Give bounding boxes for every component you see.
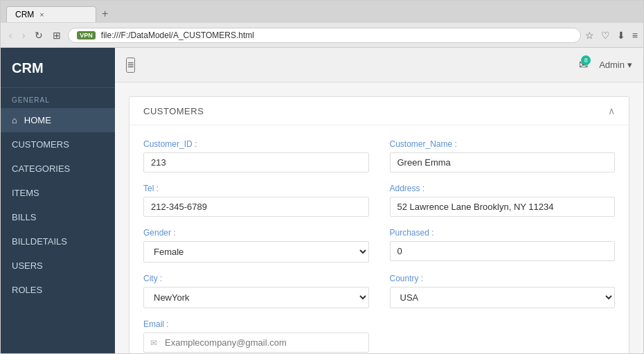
address-bar[interactable]: VPN file:///F:/DataModel/A_CUSTOMERS.htm… xyxy=(68,28,580,43)
address-text: file:///F:/DataModel/A_CUSTOMERS.html xyxy=(101,30,254,40)
form-group-city: City : NewYork Los Angeles Chicago Houst… xyxy=(143,274,369,308)
gender-label: Gender : xyxy=(143,228,369,238)
gender-select[interactable]: Female Male Other xyxy=(143,241,369,263)
form-group-email: Email : ✉ xyxy=(143,319,369,353)
reload-button[interactable]: ↻ xyxy=(32,28,46,42)
chevron-down-icon: ▾ xyxy=(627,60,632,70)
address-bar-row: ‹ › ↻ ⊞ VPN file:///F:/DataModel/A_CUSTO… xyxy=(1,23,643,48)
sidebar-item-bills[interactable]: BILLS xyxy=(1,205,115,229)
top-bar: ≡ ✉ 8 Admin ▾ xyxy=(115,48,643,82)
customer-id-input[interactable] xyxy=(143,152,369,172)
collapse-button[interactable]: ∧ xyxy=(608,105,615,116)
country-label: Country : xyxy=(390,274,616,283)
form-group-gender: Gender : Female Male Other xyxy=(143,228,369,263)
form-row-5: Email : ✉ xyxy=(143,319,615,353)
sidebar-item-roles-label: ROLES xyxy=(12,285,42,295)
country-select[interactable]: USA UK Canada Australia xyxy=(390,287,616,308)
sidebar-item-categories-label: CATEGORIES xyxy=(12,163,70,174)
purchased-label: Purchased : xyxy=(390,228,616,238)
sidebar-item-home[interactable]: ⌂ Home xyxy=(1,108,115,132)
admin-menu-button[interactable]: Admin ▾ xyxy=(599,60,632,70)
top-bar-right: ✉ 8 Admin ▾ xyxy=(579,58,632,71)
grid-button[interactable]: ⊞ xyxy=(50,28,64,42)
browser-toolbar-icons: ☆ ♡ ⬇ ≡ xyxy=(585,30,638,41)
form-body: Customer_ID : Customer_Name : Tel xyxy=(129,125,629,353)
form-card-header: CUSTOMERS ∧ xyxy=(129,97,629,125)
purchased-input[interactable] xyxy=(390,241,616,261)
sidebar-item-billdetails[interactable]: BILLDETAILS xyxy=(1,229,115,254)
email-input-wrapper: ✉ xyxy=(143,333,369,353)
form-card: CUSTOMERS ∧ Customer_ID : Customer xyxy=(129,96,629,353)
main-content: ≡ ✉ 8 Admin ▾ CUSTOMERS xyxy=(115,48,643,353)
email-icon: ✉ xyxy=(150,338,157,348)
sidebar-item-users-label: USERS xyxy=(12,260,43,271)
city-label: City : xyxy=(143,274,369,283)
address-label: Address : xyxy=(390,184,616,193)
customer-name-label: Customer_Name : xyxy=(390,139,616,149)
download-icon[interactable]: ⬇ xyxy=(617,30,625,41)
home-icon: ⌂ xyxy=(12,115,17,125)
email-label: Email : xyxy=(143,319,369,329)
form-group-empty xyxy=(390,319,616,353)
sidebar-logo: CRM xyxy=(1,48,115,88)
form-section-title: CUSTOMERS xyxy=(143,106,204,116)
form-group-country: Country : USA UK Canada Australia xyxy=(390,274,616,308)
new-tab-button[interactable]: + xyxy=(96,5,114,23)
form-group-purchased: Purchased : xyxy=(390,228,616,263)
vpn-badge: VPN xyxy=(77,31,96,39)
notification-button[interactable]: ✉ 8 xyxy=(579,58,588,71)
form-group-tel: Tel : xyxy=(143,184,369,217)
form-group-address: Address : xyxy=(390,184,616,217)
sidebar-item-customers[interactable]: CUSTOMERS xyxy=(1,132,115,157)
back-button[interactable]: ‹ xyxy=(6,28,15,42)
tel-label: Tel : xyxy=(143,184,369,193)
sidebar-item-users[interactable]: USERS xyxy=(1,254,115,278)
notification-badge: 8 xyxy=(581,55,591,65)
heart-icon[interactable]: ♡ xyxy=(601,30,610,41)
tab-bar: CRM × + xyxy=(1,1,643,23)
hamburger-button[interactable]: ≡ xyxy=(126,57,135,73)
address-input[interactable] xyxy=(390,197,616,217)
app-container: CRM GENERAL ⌂ Home CUSTOMERS CATEGORIES … xyxy=(1,48,643,353)
customer-id-label: Customer_ID : xyxy=(143,139,369,149)
tab-close-button[interactable]: × xyxy=(39,10,44,19)
sidebar-item-categories[interactable]: CATEGORIES xyxy=(1,157,115,181)
bookmark-icon[interactable]: ☆ xyxy=(585,30,594,41)
sidebar-item-roles[interactable]: ROLES xyxy=(1,278,115,302)
admin-label: Admin xyxy=(599,60,625,70)
menu-icon[interactable]: ≡ xyxy=(632,30,638,41)
sidebar: CRM GENERAL ⌂ Home CUSTOMERS CATEGORIES … xyxy=(1,48,115,353)
sidebar-item-billdetails-label: BILLDETAILS xyxy=(12,236,67,247)
sidebar-item-bills-label: BILLS xyxy=(12,212,36,222)
tab-title: CRM xyxy=(15,10,34,19)
sidebar-item-items[interactable]: ITEMS xyxy=(1,181,115,205)
browser-tab[interactable]: CRM × xyxy=(6,6,96,22)
forward-button[interactable]: › xyxy=(19,28,28,42)
form-area: CUSTOMERS ∧ Customer_ID : Customer xyxy=(115,82,643,353)
sidebar-item-home-label: Home xyxy=(24,115,51,125)
customer-name-input[interactable] xyxy=(390,152,616,172)
form-group-customer-name: Customer_Name : xyxy=(390,139,616,172)
city-select[interactable]: NewYork Los Angeles Chicago Houston xyxy=(143,287,369,308)
tel-input[interactable] xyxy=(143,197,369,217)
form-row-4: City : NewYork Los Angeles Chicago Houst… xyxy=(143,274,615,308)
form-row-1: Customer_ID : Customer_Name : xyxy=(143,139,615,172)
form-row-3: Gender : Female Male Other Purchased : xyxy=(143,228,615,263)
sidebar-section-label: GENERAL xyxy=(1,88,115,108)
sidebar-item-customers-label: CUSTOMERS xyxy=(12,139,69,150)
sidebar-item-items-label: ITEMS xyxy=(12,188,39,198)
form-group-customer-id: Customer_ID : xyxy=(143,139,369,172)
form-row-2: Tel : Address : xyxy=(143,184,615,217)
email-input[interactable] xyxy=(143,333,369,353)
